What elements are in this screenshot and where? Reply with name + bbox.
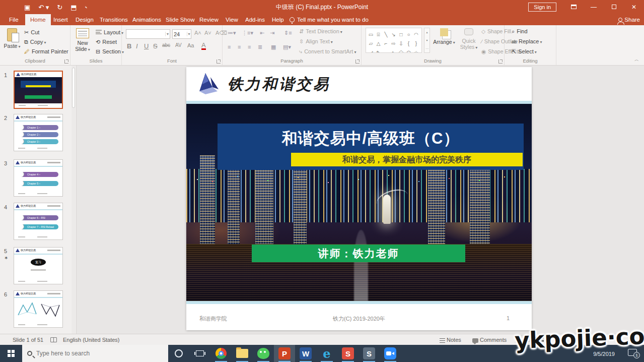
distribute-icon[interactable]: ▤▾ [283, 44, 291, 51]
thumbnail-slide-6[interactable]: 铁力和谐交易 [14, 290, 63, 328]
decrease-indent-icon[interactable]: ⇤ [260, 30, 268, 37]
slide-canvas[interactable]: 铁力和谐交易 和谐交易中/高级班（C） 和谐交易，掌握金融市场的完美秩序 讲师：… [186, 67, 532, 330]
text-direction-button[interactable]: ⇵Text Direction▾ [299, 28, 342, 35]
minimize-icon[interactable]: — [584, 0, 604, 14]
find-button[interactable]: ⌕Find [512, 28, 528, 35]
thumbnail-slide-2[interactable]: 铁力和谐交易 Chapter 1 – Chapter 2 – Chapter 3… [14, 114, 63, 151]
quick-styles-button[interactable]: Quick Styles▾ [457, 27, 480, 50]
strikethrough-button[interactable]: S [153, 42, 158, 50]
font-dialog-launcher[interactable] [217, 59, 221, 64]
zoom-taskbar-button[interactable] [380, 345, 401, 362]
justify-icon[interactable]: ≣ [258, 44, 266, 51]
align-text-button[interactable]: ⇳Align Text▾ [299, 38, 333, 45]
tab-slideshow[interactable]: Slide Show [161, 14, 200, 25]
new-slide-button[interactable]: New Slide▾ [71, 27, 94, 52]
font-size-input[interactable] [173, 31, 187, 37]
edge-taskbar-button[interactable]: e [316, 345, 337, 362]
tab-review[interactable]: Review [194, 14, 224, 25]
instructor-text: 讲师：铁力老师 [252, 245, 465, 262]
numbering-icon[interactable]: ⋮≡▾ [242, 30, 250, 37]
arrange-button[interactable]: Arrange▾ [432, 27, 456, 45]
tab-file[interactable]: File [4, 14, 24, 25]
app-red-s-taskbar-button[interactable]: S [337, 345, 359, 362]
powerpoint-taskbar-button[interactable]: P [274, 345, 295, 362]
underline-button[interactable]: U [144, 42, 149, 50]
red-s-app-icon: S [342, 347, 354, 359]
replace-button[interactable]: abReplace▾ [512, 38, 542, 44]
layout-button[interactable]: Layout▾ [96, 29, 123, 35]
start-button[interactable] [0, 345, 22, 362]
collapse-ribbon-icon[interactable]: ︿ [634, 56, 639, 63]
tab-view[interactable]: View [221, 14, 243, 25]
font-size-combo[interactable]: ▾ [172, 29, 191, 39]
slide-subtitle-bar[interactable]: 和谐交易，掌握金融市场的完美秩序 [291, 153, 523, 166]
character-spacing-icon[interactable]: AV [175, 42, 182, 48]
tell-me-box[interactable]: Tell me what you want to do [290, 14, 369, 25]
instructor-banner[interactable]: 讲师：铁力老师 [252, 245, 465, 262]
spellcheck-icon[interactable] [50, 334, 57, 345]
italic-button[interactable]: I [136, 42, 138, 50]
share-button[interactable]: Share [618, 14, 640, 25]
cortana-button[interactable] [168, 345, 189, 362]
paragraph-dialog-launcher[interactable] [355, 59, 360, 64]
comments-button[interactable]: Comments [472, 334, 507, 345]
format-painter-button[interactable]: 🖉Format Painter [24, 48, 68, 54]
ribbon-display-options-icon[interactable] [563, 0, 584, 14]
shadow-abc-icon[interactable]: abc [162, 42, 170, 48]
thumbnail-scrollbar[interactable] [71, 66, 76, 334]
restore-icon[interactable] [604, 0, 624, 14]
quick-styles-icon [464, 28, 473, 35]
explorer-taskbar-button[interactable] [232, 345, 253, 362]
change-case-icon[interactable]: Aa [187, 42, 194, 48]
clipboard-dialog-launcher[interactable] [64, 59, 68, 64]
close-icon[interactable]: ✕ [624, 0, 644, 14]
columns-icon[interactable]: ▦ [271, 44, 279, 51]
wechat-taskbar-button[interactable] [253, 345, 274, 362]
thumbnail-slide-1[interactable]: 铁力和谐交易 [14, 71, 63, 109]
task-view-button[interactable] [189, 345, 210, 362]
thumbnail-slide-4[interactable]: 铁力和谐交易 Chapter 6 – RSI Chapter 7 – RSI R… [14, 203, 63, 240]
increase-indent-icon[interactable]: ⇥ [270, 30, 278, 37]
font-color-icon[interactable]: A [201, 42, 206, 50]
tab-addins[interactable]: Add-ins [240, 14, 270, 25]
drawing-dialog-launcher[interactable] [498, 59, 503, 64]
grow-font-icon[interactable]: A˄ [194, 30, 201, 36]
cut-button[interactable]: ✂Cut [24, 29, 39, 36]
font-name-combo[interactable]: ▾ [126, 29, 170, 39]
taskbar-search[interactable] [22, 345, 168, 362]
tab-help[interactable]: Help [267, 14, 289, 25]
shapes-gallery[interactable]: ▭⌸╲↘□○◠ ▱△⌐⇨⇩{} ◿✎◡∿⬠⬡☆ [366, 28, 422, 53]
language-indicator[interactable]: English (United States) [63, 334, 120, 345]
bold-button[interactable]: B [127, 42, 131, 50]
convert-smartart-button[interactable]: ⤷Convert to SmartArt▾ [299, 48, 356, 55]
slide-title: 和谐交易中/高级班（C） [218, 128, 524, 149]
app-gray-s-taskbar-button[interactable]: S [359, 345, 380, 362]
bullets-icon[interactable]: ≔▾ [228, 30, 236, 37]
shrink-font-icon[interactable]: A˅ [204, 30, 211, 36]
line-spacing-icon[interactable]: ⇕≡ [284, 30, 292, 37]
slide-counter[interactable]: Slide 1 of 51 [13, 334, 43, 345]
select-button[interactable]: ⇱Select▾ [512, 48, 537, 55]
search-input[interactable] [36, 350, 152, 357]
tab-insert[interactable]: Insert [48, 14, 73, 25]
shapes-gallery-scroll[interactable]: ▴▾⋯ [424, 28, 430, 53]
section-button[interactable]: ⊟Section▾ [96, 48, 124, 55]
align-right-icon[interactable]: ≡ [248, 44, 256, 51]
word-taskbar-button[interactable]: W [295, 345, 316, 362]
font-name-input[interactable] [126, 31, 165, 37]
copy-button[interactable]: ⧉Copy▾ [24, 39, 46, 45]
thumbnail-slide-3[interactable]: 铁力和谐交易 Chapter 4 – Chapter 5 – [14, 159, 63, 197]
tab-home[interactable]: Home [25, 14, 51, 25]
reset-button[interactable]: ⟲Reset [96, 39, 117, 45]
thumbnail-slide-5[interactable]: 铁力和谐交易 复习 [14, 247, 63, 284]
notes-button[interactable]: Notes [440, 334, 461, 345]
sign-in-button[interactable]: Sign in [528, 3, 556, 12]
gray-s-app-icon: S [363, 347, 375, 359]
chrome-taskbar-button[interactable] [210, 345, 232, 362]
align-center-icon[interactable]: ≡ [238, 44, 246, 51]
slide-title-box[interactable]: 和谐交易中/高级班（C） 和谐交易，掌握金融市场的完美秩序 [218, 124, 524, 170]
tray-date[interactable]: 9/5/2019 [593, 351, 615, 357]
align-left-icon[interactable]: ≡ [228, 44, 236, 51]
paste-button[interactable]: Paste▾ [1, 27, 23, 49]
paste-icon [7, 28, 17, 41]
